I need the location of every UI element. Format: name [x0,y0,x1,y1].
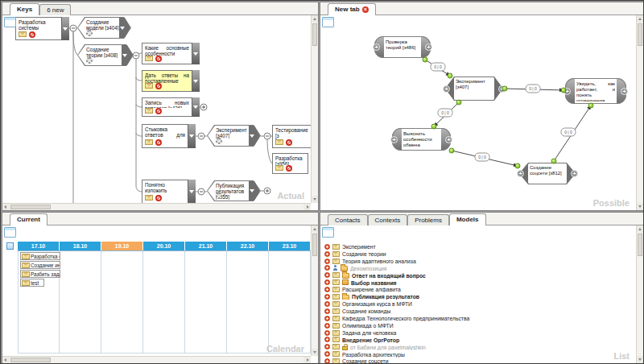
task-node[interactable]: Понятно изложить непротиворечивые ответы… [142,180,196,203]
model-node[interactable]: Публикация результатов [з555] [207,180,261,201]
vertical-scrollbar[interactable] [636,225,643,363]
new-window-icon[interactable] [4,227,16,238]
scroll-down-icon[interactable] [312,196,318,203]
new-window-icon[interactable] [322,227,334,238]
list-item[interactable]: Декомпозиция [324,264,634,271]
mail-icon[interactable] [145,108,153,114]
select-all-checkbox[interactable] [6,242,14,250]
horizontal-scrollbar[interactable] [2,203,311,210]
connection-dot[interactable] [502,86,508,92]
scroll-up-icon[interactable] [312,15,318,23]
list-item[interactable]: Публикация результатов [324,292,634,300]
scrollbar-thumb[interactable] [10,205,51,209]
calendar-day-column[interactable] [269,250,311,354]
scroll-up-icon[interactable] [637,225,643,233]
model-node[interactable]: Создание теории [з408] [77,44,134,66]
calendar-day-column[interactable] [185,250,227,354]
plus-icon[interactable] [571,170,578,177]
new-window-icon[interactable] [322,17,334,27]
list-item[interactable]: от Бабани для pavelmalyshkin [324,343,634,350]
collapse-icon[interactable] [70,25,76,31]
task-node[interactable]: Какие основные особенности интеллекта? [… [142,43,200,64]
forbid-icon[interactable] [155,108,162,114]
vertical-scrollbar[interactable] [636,15,643,210]
connection-dot[interactable] [431,124,437,130]
collapse-icon[interactable] [133,52,139,59]
plus-icon[interactable] [390,136,398,143]
forbid-icon[interactable] [155,139,162,146]
list-item[interactable]: Разработка архитектуры [324,350,634,358]
plus-icon[interactable] [373,43,380,51]
vertical-scrollbar[interactable] [311,225,318,356]
calendar-event[interactable]: Создание инстр [20,261,60,269]
node-menu-bar[interactable] [119,18,130,38]
mail-icon[interactable] [145,83,153,89]
node-menu-bar[interactable] [188,180,196,203]
calendar-date-header[interactable]: 22.10 [227,242,269,250]
expand-icon[interactable] [200,104,207,110]
connection-dot[interactable] [456,100,462,105]
forbid-icon[interactable] [286,139,292,146]
node-menu-bar[interactable] [188,124,196,148]
scroll-left-icon[interactable] [2,357,10,363]
plus-icon[interactable] [621,88,628,95]
list-item[interactable]: Задача для человека [324,329,634,336]
node-menu-bar[interactable] [192,97,200,117]
scroll-right-icon[interactable] [303,357,311,363]
expand-icon[interactable] [264,188,270,194]
node-menu-bar[interactable] [249,181,260,201]
mail-icon[interactable] [19,31,27,37]
forbid-icon[interactable] [29,31,35,38]
scrollbar-thumb[interactable] [638,234,642,256]
tab-contacts[interactable]: Contacts [328,214,368,225]
scroll-up-icon[interactable] [312,225,318,233]
forbid-icon[interactable] [286,165,292,172]
scrollbar-thumb[interactable] [312,234,317,256]
calendar-day-column[interactable] [227,250,269,354]
tab-new-keys[interactable]: 6 new [39,4,71,15]
mail-icon[interactable] [145,195,153,201]
tab-models[interactable]: Models [449,213,486,225]
scroll-down-icon[interactable] [312,349,318,356]
list-item[interactable]: Ответ на входящий вопрос [324,271,634,279]
list-item[interactable]: Расширение алфавита [324,285,634,292]
forbid-icon[interactable] [155,56,162,62]
mail-icon[interactable] [275,165,283,171]
model-node[interactable]: Создание соцсети [з812] [519,163,576,184]
list-item[interactable]: Олимпиада о МФТИ [324,321,634,329]
list-item[interactable]: Создание команды [324,307,634,314]
tab-current[interactable]: Current [10,213,47,225]
task-node[interactable]: Запись новых вопросов [з426] [142,97,200,117]
horizontal-scrollbar[interactable] [2,356,311,363]
collapse-icon[interactable] [198,188,204,195]
scroll-left-icon[interactable] [2,204,10,210]
mail-icon[interactable] [275,139,283,145]
list-item[interactable]: Выбор названия [324,279,634,286]
goal-node[interactable]: Выяснить особенности обмена информацией … [392,128,451,151]
scrollbar-thumb[interactable] [10,358,51,362]
connection-dot[interactable] [448,73,453,79]
calendar-day-column[interactable] [143,250,185,354]
task-node[interactable]: Дать ответы на поставленные вопросы [з42… [142,70,200,92]
goal-node[interactable]: Увидеть, как работает, и понять ограниче… [565,78,626,104]
mail-icon[interactable] [145,139,153,145]
scroll-up-icon[interactable] [637,15,643,23]
forbid-icon[interactable] [155,195,162,201]
plus-icon[interactable] [425,43,432,51]
mail-icon[interactable] [145,56,153,61]
list-item[interactable]: Создание теории [324,250,634,257]
node-menu-bar[interactable] [122,45,133,65]
tab-problems[interactable]: Problems [407,214,449,225]
calendar-date-header[interactable]: 20.10 [143,242,185,250]
close-tab-icon[interactable] [362,6,369,13]
task-node[interactable]: Тестирование [з [272,125,311,148]
collapse-icon[interactable] [198,133,204,139]
connection-dot[interactable] [551,159,557,164]
calendar-event[interactable]: Разбить задачу [20,270,60,278]
calendar-day-column[interactable] [60,250,101,354]
connection-dot[interactable] [515,163,521,169]
goal-node[interactable]: Проверка теорий [з486] [374,36,431,58]
scroll-right-icon[interactable] [303,204,311,210]
connection-dot[interactable] [588,103,594,109]
task-node[interactable]: Разработка [з956] [272,153,308,174]
